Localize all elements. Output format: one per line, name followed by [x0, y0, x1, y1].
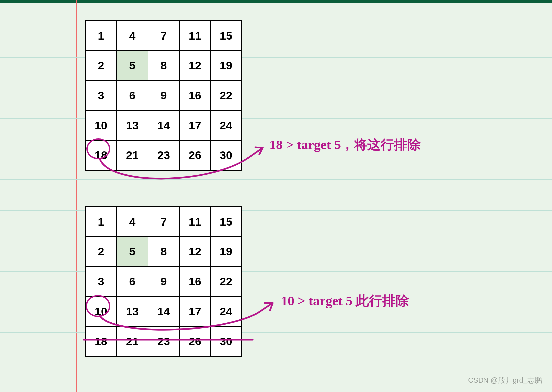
rule-line [0, 363, 552, 363]
table-cell: 6 [117, 80, 148, 110]
table-cell: 14 [148, 296, 179, 326]
table-cell: 23 [148, 326, 179, 356]
watermark: CSDN @殷丿grd_志鹏 [468, 375, 542, 385]
table-cell: 16 [179, 80, 210, 110]
rule-line [0, 27, 552, 27]
table-cell: 11 [179, 207, 210, 237]
table-cell: 23 [148, 140, 179, 170]
rule-line [0, 271, 552, 272]
annotation-2: 10 > target 5 此行排除 [281, 292, 409, 310]
table-cell: 12 [179, 237, 210, 266]
table-cell: 1 [85, 207, 117, 237]
annotation-1: 18 > target 5，将这行排除 [269, 136, 421, 154]
table-cell: 24 [210, 110, 242, 140]
rule-line [0, 302, 552, 302]
table-cell: 14 [148, 110, 179, 140]
notebook-paper [0, 0, 552, 392]
table-cell: 21 [117, 140, 148, 170]
table-cell: 17 [179, 110, 210, 140]
table-cell: 26 [179, 326, 210, 356]
table-cell: 3 [85, 80, 117, 110]
table-cell: 15 [210, 21, 242, 51]
table-cell: 1 [85, 21, 117, 51]
table-cell: 19 [210, 50, 242, 80]
rule-line [0, 57, 552, 58]
table-cell: 8 [148, 50, 179, 80]
table-cell: 11 [179, 21, 210, 51]
matrix-2: 1471115258121936916221013141724182123263… [85, 206, 242, 357]
table-cell: 18 [85, 326, 117, 356]
rule-line [0, 332, 552, 333]
rule-line [0, 241, 552, 241]
table-row: 1013141724 [85, 110, 242, 140]
table-row: 1471115 [85, 21, 242, 51]
table-cell: 4 [117, 207, 148, 237]
table-cell: 12 [179, 50, 210, 80]
table-cell: 5 [117, 237, 148, 266]
table-cell: 7 [148, 207, 179, 237]
top-accent-bar [0, 0, 552, 3]
table-cell: 24 [210, 296, 242, 326]
table-cell: 4 [117, 21, 148, 51]
table-cell: 2 [85, 50, 117, 80]
table-cell: 22 [210, 80, 242, 110]
table-row: 1471115 [85, 207, 242, 237]
margin-line [76, 0, 77, 392]
table-cell: 2 [85, 237, 117, 266]
table-cell: 6 [117, 266, 148, 296]
table-cell: 17 [179, 296, 210, 326]
table-row: 2581219 [85, 237, 242, 266]
table-cell: 16 [179, 266, 210, 296]
table-cell: 26 [179, 140, 210, 170]
table-cell: 8 [148, 237, 179, 266]
rule-line [0, 88, 552, 88]
table-cell: 9 [148, 80, 179, 110]
table-cell: 3 [85, 266, 117, 296]
table-row: 3691622 [85, 80, 242, 110]
table-cell: 5 [117, 50, 148, 80]
rule-line [0, 210, 552, 211]
table-cell: 10 [85, 110, 117, 140]
table-cell: 9 [148, 266, 179, 296]
circle-10 [86, 295, 110, 317]
rule-line [0, 118, 552, 119]
table-cell: 30 [210, 326, 242, 356]
table-cell: 15 [210, 207, 242, 237]
table-cell: 30 [210, 140, 242, 170]
table-cell: 13 [117, 110, 148, 140]
circle-18 [86, 138, 110, 159]
table-row: 1821232630 [85, 326, 242, 356]
table-cell: 13 [117, 296, 148, 326]
table-cell: 7 [148, 21, 179, 51]
table-cell: 22 [210, 266, 242, 296]
table-cell: 21 [117, 326, 148, 356]
table-row: 3691622 [85, 266, 242, 296]
rule-line [0, 179, 552, 180]
table-cell: 19 [210, 237, 242, 266]
table-row: 2581219 [85, 50, 242, 80]
